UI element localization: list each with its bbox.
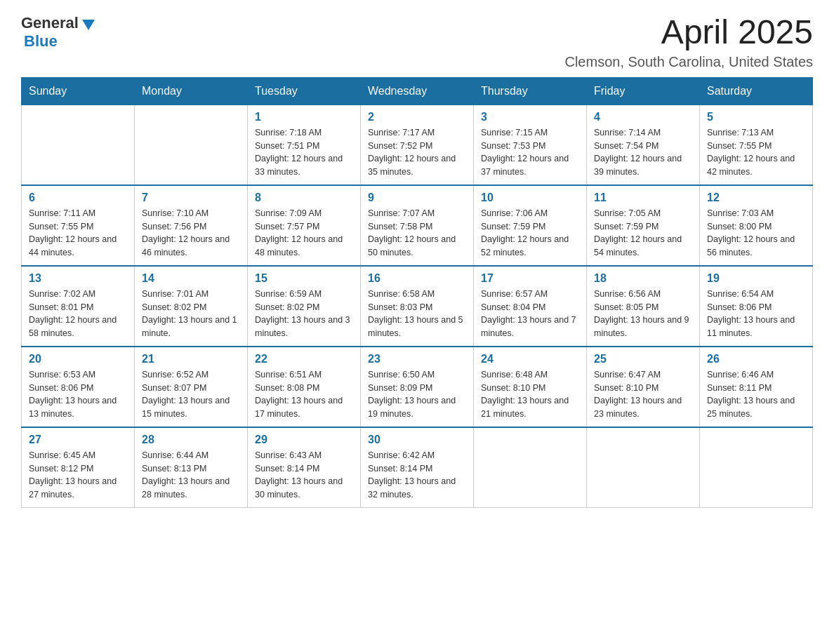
calendar-cell: 5Sunrise: 7:13 AMSunset: 7:55 PMDaylight…: [700, 105, 813, 185]
day-number: 27: [29, 434, 127, 446]
day-info: Sunrise: 7:18 AMSunset: 7:51 PMDaylight:…: [255, 126, 353, 179]
day-number: 17: [481, 272, 579, 285]
day-info: Sunrise: 6:47 AMSunset: 8:10 PMDaylight:…: [594, 368, 692, 421]
day-number: 30: [368, 434, 466, 446]
day-number: 1: [255, 111, 353, 123]
calendar-cell: [587, 427, 700, 508]
calendar-cell: 14Sunrise: 7:01 AMSunset: 8:02 PMDayligh…: [135, 266, 248, 347]
day-info: Sunrise: 6:59 AMSunset: 8:02 PMDaylight:…: [255, 288, 353, 340]
header-monday: Monday: [135, 77, 248, 105]
day-info: Sunrise: 7:06 AMSunset: 7:59 PMDaylight:…: [481, 207, 579, 260]
logo-triangle-icon: [82, 20, 95, 30]
calendar-cell: 15Sunrise: 6:59 AMSunset: 8:02 PMDayligh…: [248, 266, 361, 347]
day-info: Sunrise: 6:56 AMSunset: 8:05 PMDaylight:…: [594, 288, 692, 340]
calendar-week-row: 20Sunrise: 6:53 AMSunset: 8:06 PMDayligh…: [22, 347, 813, 427]
day-number: 4: [594, 111, 692, 123]
calendar-cell: 10Sunrise: 7:06 AMSunset: 7:59 PMDayligh…: [474, 185, 587, 266]
calendar-week-row: 27Sunrise: 6:45 AMSunset: 8:12 PMDayligh…: [22, 427, 813, 508]
day-number: 10: [481, 192, 579, 204]
calendar-cell: [474, 427, 587, 508]
calendar-week-row: 6Sunrise: 7:11 AMSunset: 7:55 PMDaylight…: [22, 185, 813, 266]
calendar-cell: 7Sunrise: 7:10 AMSunset: 7:56 PMDaylight…: [135, 185, 248, 266]
calendar-cell: 13Sunrise: 7:02 AMSunset: 8:01 PMDayligh…: [22, 266, 135, 347]
location-subtitle: Clemson, South Carolina, United States: [564, 54, 813, 70]
day-info: Sunrise: 7:07 AMSunset: 7:58 PMDaylight:…: [368, 207, 466, 260]
day-number: 26: [707, 353, 805, 365]
day-number: 16: [368, 272, 466, 285]
day-info: Sunrise: 6:44 AMSunset: 8:13 PMDaylight:…: [142, 449, 240, 502]
calendar-cell: 23Sunrise: 6:50 AMSunset: 8:09 PMDayligh…: [361, 347, 474, 427]
day-number: 14: [142, 272, 240, 285]
day-number: 3: [481, 111, 579, 123]
calendar-header-row: Sunday Monday Tuesday Wednesday Thursday…: [22, 77, 813, 105]
day-info: Sunrise: 6:52 AMSunset: 8:07 PMDaylight:…: [142, 368, 240, 421]
calendar-cell: 18Sunrise: 6:56 AMSunset: 8:05 PMDayligh…: [587, 266, 700, 347]
calendar-cell: 30Sunrise: 6:42 AMSunset: 8:14 PMDayligh…: [361, 427, 474, 508]
calendar-cell: 16Sunrise: 6:58 AMSunset: 8:03 PMDayligh…: [361, 266, 474, 347]
calendar-cell: 19Sunrise: 6:54 AMSunset: 8:06 PMDayligh…: [700, 266, 813, 347]
day-info: Sunrise: 7:17 AMSunset: 7:52 PMDaylight:…: [368, 126, 466, 179]
calendar-cell: [135, 105, 248, 185]
day-info: Sunrise: 6:58 AMSunset: 8:03 PMDaylight:…: [368, 288, 466, 340]
day-number: 5: [707, 111, 805, 123]
calendar-cell: 28Sunrise: 6:44 AMSunset: 8:13 PMDayligh…: [135, 427, 248, 508]
day-number: 22: [255, 353, 353, 365]
calendar-cell: 9Sunrise: 7:07 AMSunset: 7:58 PMDaylight…: [361, 185, 474, 266]
calendar-cell: 20Sunrise: 6:53 AMSunset: 8:06 PMDayligh…: [22, 347, 135, 427]
day-info: Sunrise: 6:51 AMSunset: 8:08 PMDaylight:…: [255, 368, 353, 421]
calendar-cell: 12Sunrise: 7:03 AMSunset: 8:00 PMDayligh…: [700, 185, 813, 266]
calendar-cell: 17Sunrise: 6:57 AMSunset: 8:04 PMDayligh…: [474, 266, 587, 347]
calendar-cell: 21Sunrise: 6:52 AMSunset: 8:07 PMDayligh…: [135, 347, 248, 427]
day-info: Sunrise: 6:46 AMSunset: 8:11 PMDaylight:…: [707, 368, 805, 421]
calendar-table: Sunday Monday Tuesday Wednesday Thursday…: [21, 77, 813, 508]
day-info: Sunrise: 7:10 AMSunset: 7:56 PMDaylight:…: [142, 207, 240, 260]
day-number: 11: [594, 192, 692, 204]
day-number: 8: [255, 192, 353, 204]
day-info: Sunrise: 7:13 AMSunset: 7:55 PMDaylight:…: [707, 126, 805, 179]
title-area: April 2025 Clemson, South Carolina, Unit…: [564, 14, 813, 70]
day-info: Sunrise: 6:43 AMSunset: 8:14 PMDaylight:…: [255, 449, 353, 502]
day-info: Sunrise: 7:09 AMSunset: 7:57 PMDaylight:…: [255, 207, 353, 260]
day-number: 13: [29, 272, 127, 285]
calendar-cell: 22Sunrise: 6:51 AMSunset: 8:08 PMDayligh…: [248, 347, 361, 427]
day-info: Sunrise: 7:15 AMSunset: 7:53 PMDaylight:…: [481, 126, 579, 179]
day-info: Sunrise: 6:50 AMSunset: 8:09 PMDaylight:…: [368, 368, 466, 421]
calendar-cell: 25Sunrise: 6:47 AMSunset: 8:10 PMDayligh…: [587, 347, 700, 427]
day-number: 20: [29, 353, 127, 365]
header-thursday: Thursday: [474, 77, 587, 105]
day-info: Sunrise: 6:45 AMSunset: 8:12 PMDaylight:…: [29, 449, 127, 502]
day-number: 12: [707, 192, 805, 204]
calendar-cell: 1Sunrise: 7:18 AMSunset: 7:51 PMDaylight…: [248, 105, 361, 185]
calendar-week-row: 1Sunrise: 7:18 AMSunset: 7:51 PMDaylight…: [22, 105, 813, 185]
calendar-week-row: 13Sunrise: 7:02 AMSunset: 8:01 PMDayligh…: [22, 266, 813, 347]
header-sunday: Sunday: [22, 77, 135, 105]
header-friday: Friday: [587, 77, 700, 105]
day-number: 6: [29, 192, 127, 204]
calendar-cell: 27Sunrise: 6:45 AMSunset: 8:12 PMDayligh…: [22, 427, 135, 508]
day-number: 21: [142, 353, 240, 365]
day-info: Sunrise: 6:53 AMSunset: 8:06 PMDaylight:…: [29, 368, 127, 421]
calendar-cell: [22, 105, 135, 185]
day-number: 7: [142, 192, 240, 204]
calendar-cell: 24Sunrise: 6:48 AMSunset: 8:10 PMDayligh…: [474, 347, 587, 427]
calendar-cell: 11Sunrise: 7:05 AMSunset: 7:59 PMDayligh…: [587, 185, 700, 266]
calendar-cell: 6Sunrise: 7:11 AMSunset: 7:55 PMDaylight…: [22, 185, 135, 266]
header-wednesday: Wednesday: [361, 77, 474, 105]
day-info: Sunrise: 7:05 AMSunset: 7:59 PMDaylight:…: [594, 207, 692, 260]
day-number: 18: [594, 272, 692, 285]
day-info: Sunrise: 6:54 AMSunset: 8:06 PMDaylight:…: [707, 288, 805, 340]
day-number: 23: [368, 353, 466, 365]
calendar-cell: 26Sunrise: 6:46 AMSunset: 8:11 PMDayligh…: [700, 347, 813, 427]
day-info: Sunrise: 6:48 AMSunset: 8:10 PMDaylight:…: [481, 368, 579, 421]
calendar-cell: 29Sunrise: 6:43 AMSunset: 8:14 PMDayligh…: [248, 427, 361, 508]
header-tuesday: Tuesday: [248, 77, 361, 105]
day-number: 25: [594, 353, 692, 365]
day-number: 28: [142, 434, 240, 446]
day-number: 2: [368, 111, 466, 123]
page-header: General Blue April 2025 Clemson, South C…: [21, 14, 813, 70]
day-info: Sunrise: 7:11 AMSunset: 7:55 PMDaylight:…: [29, 207, 127, 260]
day-info: Sunrise: 6:42 AMSunset: 8:14 PMDaylight:…: [368, 449, 466, 502]
calendar-cell: 2Sunrise: 7:17 AMSunset: 7:52 PMDaylight…: [361, 105, 474, 185]
logo-general-text: General: [21, 14, 79, 32]
day-number: 15: [255, 272, 353, 285]
